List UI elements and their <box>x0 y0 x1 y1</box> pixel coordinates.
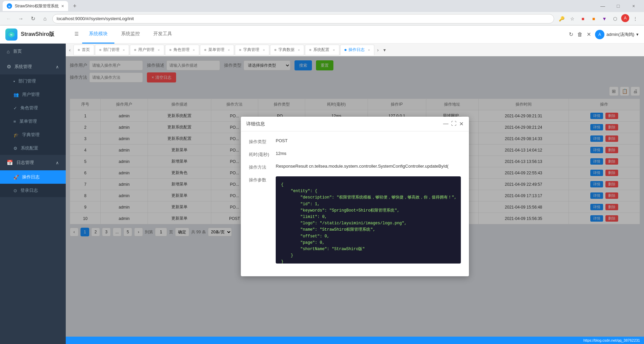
toolbar-icons: 🔑 ☆ ■ ■ ▼ ⬡ A ⋮ <box>557 14 640 23</box>
ext2-icon[interactable]: ■ <box>589 14 598 23</box>
tab-user[interactable]: 用户管理 × <box>130 45 164 55</box>
sidebar-label-dept: 部门管理 <box>18 78 36 84</box>
tab-role[interactable]: 角色管理 × <box>165 45 199 55</box>
ext1-icon[interactable]: ■ <box>578 14 588 23</box>
tab-dept[interactable]: 部门管理 × <box>95 45 129 55</box>
tabs-more-btn[interactable]: ▾ <box>381 44 388 56</box>
minimize-btn[interactable]: — <box>595 0 610 12</box>
dept-icon: ▪ <box>13 79 15 84</box>
nav-menu-toggle[interactable]: ☰ <box>71 25 82 44</box>
sidebar: ⌂ 首页 ⚙ 系统管理 ∧ ▪ 部门管理 👥 <box>0 44 66 344</box>
browser-titlebar: N StrawShiro权限管理系统 × + — □ × <box>0 0 644 12</box>
tab-close-btn[interactable]: × <box>61 3 64 9</box>
tab-oplog[interactable]: 操作日志 × <box>340 45 374 55</box>
sidebar-item-home[interactable]: ⌂ 首页 <box>0 44 66 59</box>
home-btn[interactable]: ⌂ <box>40 14 50 23</box>
role-icon: ✓ <box>13 106 17 111</box>
tab-home[interactable]: 首页 <box>73 45 94 55</box>
sidebar-item-oplog[interactable]: 🚀 操作日志 <box>0 170 66 184</box>
sysconfig-icon: ⚙ <box>13 146 17 151</box>
tab-dot-home <box>78 49 80 51</box>
tab-label-user: 用户管理 <box>138 47 154 53</box>
tab-close-menu[interactable]: × <box>228 48 230 52</box>
detail-time-value: 12ms <box>276 151 461 156</box>
delete-icon[interactable]: 🗑 <box>577 32 583 38</box>
sidebar-item-log-mgmt[interactable]: 📅 日志管理 ∧ <box>0 155 66 170</box>
top-right-actions: ↻ 🗑 ✕ A admin(汤淘鸽) ▾ <box>569 30 639 39</box>
tab-close-dictdata[interactable]: × <box>298 48 300 52</box>
logo-icon: N <box>5 28 17 41</box>
sidebar-item-menu[interactable]: ≡ 菜单管理 <box>0 115 66 128</box>
tab-close-dict[interactable]: × <box>263 48 265 52</box>
tab-close-role[interactable]: × <box>193 48 195 52</box>
user-mgmt-icon: 👥 <box>13 92 19 97</box>
modal-minimize-btn[interactable]: — <box>443 121 448 127</box>
tab-syscfg[interactable]: 系统配置 × <box>305 45 339 55</box>
new-tab-btn[interactable]: + <box>70 1 79 11</box>
tab-dictdata[interactable]: 字典数据 × <box>270 45 304 55</box>
code-content: { "entity": { "description": "权限管理系统模板，够… <box>281 182 455 264</box>
modal-maximize-btn[interactable]: ⛶ <box>451 121 457 127</box>
top-nav-menus: ☰ 系统模块 系统监控 开发工具 <box>71 25 179 44</box>
browser-tab[interactable]: N StrawShiro权限管理系统 × <box>3 1 68 11</box>
refresh-btn[interactable]: ↻ <box>28 14 38 23</box>
forward-btn[interactable]: → <box>16 14 25 23</box>
tab-close-oplog[interactable]: × <box>368 48 370 52</box>
tab-dot-role <box>169 49 171 51</box>
svg-text:N: N <box>8 5 10 8</box>
tab-dot-dept <box>99 49 101 51</box>
tab-close-dept[interactable]: × <box>123 48 125 52</box>
detail-row-method: 操作方法 ResponseResult cn.tellsea.module.sy… <box>249 164 461 170</box>
maximize-btn[interactable]: □ <box>610 0 626 12</box>
close-page-icon[interactable]: ✕ <box>587 31 591 38</box>
sidebar-item-user[interactable]: 👥 用户管理 <box>0 88 66 101</box>
home-icon: ⌂ <box>7 49 10 54</box>
svg-text:N: N <box>10 33 12 36</box>
tab-close-user[interactable]: × <box>158 48 160 52</box>
refresh-icon[interactable]: ↻ <box>569 31 573 38</box>
nav-menu-monitor[interactable]: 系统监控 <box>114 25 147 44</box>
dict-icon: 🎓 <box>13 132 19 137</box>
sidebar-item-loginlog[interactable]: ⊙ 登录日志 <box>0 184 66 197</box>
nav-menu-devtools[interactable]: 开发工具 <box>147 25 179 44</box>
tab-menu[interactable]: 菜单管理 × <box>200 45 234 55</box>
sidebar-sub-log: 🚀 操作日志 ⊙ 登录日志 <box>0 170 66 197</box>
ext3-icon[interactable]: ▼ <box>600 14 609 23</box>
star-icon[interactable]: ☆ <box>568 14 577 23</box>
sidebar-label-role: 角色管理 <box>20 105 38 111</box>
code-block[interactable]: { "entity": { "description": "权限管理系统模板，够… <box>276 176 461 264</box>
tab-dot-dict <box>239 49 241 51</box>
close-btn[interactable]: × <box>626 0 641 12</box>
detail-type-label: 操作类型 <box>249 138 276 145</box>
sidebar-item-system-mgmt[interactable]: ⚙ 系统管理 ∧ <box>0 59 66 74</box>
user-dropdown-icon: ▾ <box>636 32 639 37</box>
modal-close-btn[interactable]: ✕ <box>459 121 464 127</box>
tab-label-syscfg: 系统配置 <box>313 47 329 53</box>
tab-dict[interactable]: 字典管理 × <box>235 45 269 55</box>
tab-label-oplog: 操作日志 <box>348 47 365 53</box>
ext4-icon[interactable]: ⬡ <box>610 14 620 23</box>
tab-close-syscfg[interactable]: × <box>333 48 335 52</box>
more-icon[interactable]: ⋮ <box>631 14 640 23</box>
sidebar-label-dict: 字典管理 <box>22 132 40 138</box>
sidebar-item-dict[interactable]: 🎓 字典管理 <box>0 128 66 141</box>
tabs-next-btn[interactable]: › <box>375 44 381 56</box>
back-btn[interactable]: ← <box>4 14 13 23</box>
nav-menu-system[interactable]: 系统模块 <box>82 25 114 44</box>
sidebar-item-role[interactable]: ✓ 角色管理 <box>0 101 66 115</box>
modal-detail: 详细信息 — ⛶ ✕ 操作类型 POST <box>241 117 469 276</box>
sidebar-item-dept[interactable]: ▪ 部门管理 <box>0 74 66 88</box>
tab-label-menu: 菜单管理 <box>208 47 224 53</box>
tab-dot-dictdata <box>274 49 276 51</box>
tabs-bar: ‹ 首页 部门管理 × 用户管理 × <box>66 44 644 56</box>
top-nav: N StrawShiro版 ☰ 系统模块 系统监控 开发工具 ↻ 🗑 ✕ A a… <box>0 25 644 44</box>
user-info[interactable]: A admin(汤淘鸽) ▾ <box>595 30 639 39</box>
address-bar[interactable]: localhost:9000/#//system/systemLog/init <box>52 14 554 23</box>
logo-text: StrawShiro版 <box>21 31 54 38</box>
sidebar-item-sysconfig[interactable]: ⚙ 系统配置 <box>0 141 66 155</box>
tabs-prev-btn[interactable]: ‹ <box>67 44 73 56</box>
key-icon[interactable]: 🔑 <box>557 14 566 23</box>
log-expand-icon: ∧ <box>56 160 59 165</box>
detail-type-value: POST <box>276 138 461 143</box>
user-circle-icon[interactable]: A <box>621 14 629 22</box>
